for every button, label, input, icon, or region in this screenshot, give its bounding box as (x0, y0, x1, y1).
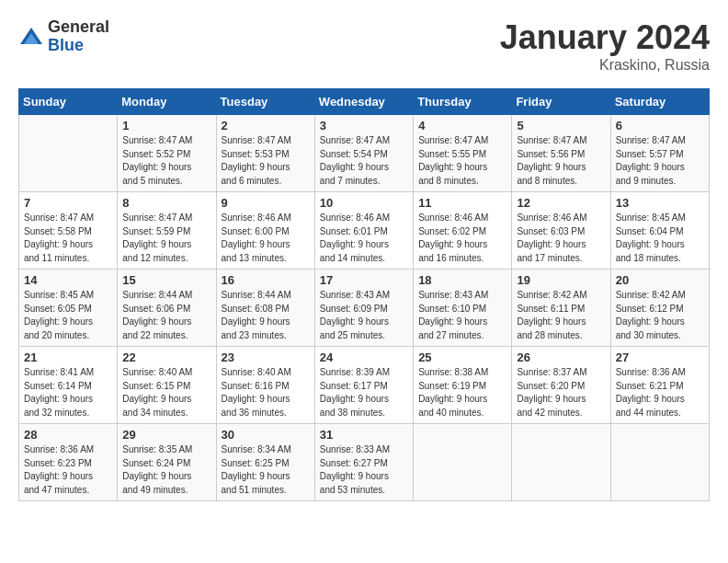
header-sunday: Sunday (19, 89, 118, 115)
day-info: Sunrise: 8:47 AMSunset: 5:59 PMDaylight:… (122, 212, 210, 265)
header-friday: Friday (512, 89, 610, 115)
day-number: 28 (24, 428, 112, 442)
day-info: Sunrise: 8:36 AMSunset: 6:23 PMDaylight:… (24, 443, 112, 497)
calendar-cell: 15Sunrise: 8:44 AMSunset: 6:06 PMDayligh… (118, 270, 216, 347)
header-monday: Monday (118, 89, 216, 115)
day-number: 9 (222, 196, 310, 210)
week-row-3: 14Sunrise: 8:45 AMSunset: 6:05 PMDayligh… (19, 270, 710, 347)
calendar-cell: 27Sunrise: 8:36 AMSunset: 6:21 PMDayligh… (610, 347, 709, 424)
day-number: 1 (122, 119, 210, 132)
day-info: Sunrise: 8:43 AMSunset: 6:09 PMDaylight:… (320, 289, 408, 342)
day-info: Sunrise: 8:39 AMSunset: 6:17 PMDaylight:… (320, 366, 408, 419)
day-number: 12 (517, 196, 605, 210)
calendar-cell: 24Sunrise: 8:39 AMSunset: 6:17 PMDayligh… (314, 347, 413, 424)
day-number: 21 (24, 350, 112, 364)
day-number: 30 (222, 428, 310, 442)
week-row-5: 28Sunrise: 8:36 AMSunset: 6:23 PMDayligh… (19, 424, 710, 501)
day-number: 2 (222, 119, 310, 132)
calendar-cell: 25Sunrise: 8:38 AMSunset: 6:19 PMDayligh… (414, 347, 512, 424)
calendar-cell: 18Sunrise: 8:43 AMSunset: 6:10 PMDayligh… (414, 270, 512, 347)
page-header: General Blue January 2024 Kraskino, Russ… (18, 18, 710, 74)
calendar-cell: 16Sunrise: 8:44 AMSunset: 6:08 PMDayligh… (216, 270, 314, 347)
day-info: Sunrise: 8:38 AMSunset: 6:19 PMDaylight:… (418, 366, 506, 419)
day-number: 5 (517, 119, 605, 132)
day-number: 19 (517, 273, 605, 287)
day-number: 11 (418, 196, 506, 210)
day-number: 25 (418, 350, 506, 364)
day-number: 29 (122, 428, 210, 442)
day-info: Sunrise: 8:34 AMSunset: 6:25 PMDaylight:… (222, 443, 310, 497)
day-info: Sunrise: 8:47 AMSunset: 5:54 PMDaylight:… (320, 134, 408, 188)
calendar-cell: 23Sunrise: 8:40 AMSunset: 6:16 PMDayligh… (216, 347, 314, 424)
day-info: Sunrise: 8:46 AMSunset: 6:01 PMDaylight:… (320, 212, 408, 265)
logo: General Blue (18, 18, 109, 55)
calendar-cell: 7Sunrise: 8:47 AMSunset: 5:58 PMDaylight… (19, 192, 118, 270)
calendar-cell: 26Sunrise: 8:37 AMSunset: 6:20 PMDayligh… (512, 347, 610, 424)
calendar-cell: 9Sunrise: 8:46 AMSunset: 6:00 PMDaylight… (216, 192, 314, 270)
logo-general: General (48, 18, 109, 37)
calendar-cell: 30Sunrise: 8:34 AMSunset: 6:25 PMDayligh… (216, 424, 314, 501)
day-info: Sunrise: 8:47 AMSunset: 5:57 PMDaylight:… (616, 134, 704, 188)
day-info: Sunrise: 8:47 AMSunset: 5:52 PMDaylight:… (122, 134, 210, 188)
day-info: Sunrise: 8:33 AMSunset: 6:27 PMDaylight:… (320, 443, 408, 497)
calendar-cell: 8Sunrise: 8:47 AMSunset: 5:59 PMDaylight… (118, 192, 216, 270)
day-number: 3 (320, 119, 408, 132)
calendar-cell: 28Sunrise: 8:36 AMSunset: 6:23 PMDayligh… (19, 424, 118, 501)
calendar-cell: 13Sunrise: 8:45 AMSunset: 6:04 PMDayligh… (610, 192, 709, 270)
calendar-cell (512, 424, 610, 501)
day-info: Sunrise: 8:36 AMSunset: 6:21 PMDaylight:… (616, 366, 704, 419)
logo-blue: Blue (48, 37, 109, 55)
day-info: Sunrise: 8:42 AMSunset: 6:11 PMDaylight:… (517, 289, 605, 342)
day-info: Sunrise: 8:46 AMSunset: 6:00 PMDaylight:… (222, 212, 310, 265)
day-number: 14 (24, 273, 112, 287)
day-info: Sunrise: 8:45 AMSunset: 6:05 PMDaylight:… (24, 289, 112, 342)
calendar-cell: 5Sunrise: 8:47 AMSunset: 5:56 PMDaylight… (512, 115, 610, 192)
day-number: 16 (222, 273, 310, 287)
day-number: 31 (320, 428, 408, 442)
week-row-1: 1Sunrise: 8:47 AMSunset: 5:52 PMDaylight… (19, 115, 710, 192)
calendar-cell: 21Sunrise: 8:41 AMSunset: 6:14 PMDayligh… (19, 347, 118, 424)
day-number: 7 (24, 196, 112, 210)
day-info: Sunrise: 8:40 AMSunset: 6:15 PMDaylight:… (122, 366, 210, 419)
week-row-4: 21Sunrise: 8:41 AMSunset: 6:14 PMDayligh… (19, 347, 710, 424)
calendar-title: January 2024 (500, 18, 710, 57)
day-number: 8 (122, 196, 210, 210)
day-number: 4 (418, 119, 506, 132)
day-number: 15 (122, 273, 210, 287)
day-info: Sunrise: 8:41 AMSunset: 6:14 PMDaylight:… (24, 366, 112, 419)
calendar-cell: 29Sunrise: 8:35 AMSunset: 6:24 PMDayligh… (118, 424, 216, 501)
calendar-table: SundayMondayTuesdayWednesdayThursdayFrid… (18, 88, 710, 501)
calendar-cell: 2Sunrise: 8:47 AMSunset: 5:53 PMDaylight… (216, 115, 314, 192)
day-number: 26 (517, 350, 605, 364)
day-info: Sunrise: 8:43 AMSunset: 6:10 PMDaylight:… (418, 289, 506, 342)
day-info: Sunrise: 8:47 AMSunset: 5:58 PMDaylight:… (24, 212, 112, 265)
day-info: Sunrise: 8:44 AMSunset: 6:08 PMDaylight:… (222, 289, 310, 342)
logo-icon (18, 24, 44, 50)
day-info: Sunrise: 8:40 AMSunset: 6:16 PMDaylight:… (222, 366, 310, 419)
calendar-cell: 31Sunrise: 8:33 AMSunset: 6:27 PMDayligh… (314, 424, 413, 501)
day-number: 22 (122, 350, 210, 364)
calendar-cell: 6Sunrise: 8:47 AMSunset: 5:57 PMDaylight… (610, 115, 709, 192)
day-info: Sunrise: 8:35 AMSunset: 6:24 PMDaylight:… (122, 443, 210, 497)
calendar-cell: 17Sunrise: 8:43 AMSunset: 6:09 PMDayligh… (314, 270, 413, 347)
header-saturday: Saturday (610, 89, 709, 115)
day-info: Sunrise: 8:47 AMSunset: 5:53 PMDaylight:… (222, 134, 310, 188)
day-number: 24 (320, 350, 408, 364)
calendar-cell (610, 424, 709, 501)
calendar-cell: 1Sunrise: 8:47 AMSunset: 5:52 PMDaylight… (118, 115, 216, 192)
calendar-cell: 19Sunrise: 8:42 AMSunset: 6:11 PMDayligh… (512, 270, 610, 347)
calendar-cell (19, 115, 118, 192)
calendar-cell: 12Sunrise: 8:46 AMSunset: 6:03 PMDayligh… (512, 192, 610, 270)
day-info: Sunrise: 8:42 AMSunset: 6:12 PMDaylight:… (616, 289, 704, 342)
day-number: 10 (320, 196, 408, 210)
day-info: Sunrise: 8:45 AMSunset: 6:04 PMDaylight:… (616, 212, 704, 265)
calendar-cell: 4Sunrise: 8:47 AMSunset: 5:55 PMDaylight… (414, 115, 512, 192)
day-number: 20 (616, 273, 704, 287)
day-info: Sunrise: 8:46 AMSunset: 6:03 PMDaylight:… (517, 212, 605, 265)
day-number: 13 (616, 196, 704, 210)
week-row-2: 7Sunrise: 8:47 AMSunset: 5:58 PMDaylight… (19, 192, 710, 270)
day-info: Sunrise: 8:44 AMSunset: 6:06 PMDaylight:… (122, 289, 210, 342)
day-info: Sunrise: 8:47 AMSunset: 5:56 PMDaylight:… (517, 134, 605, 188)
day-number: 17 (320, 273, 408, 287)
day-info: Sunrise: 8:46 AMSunset: 6:02 PMDaylight:… (418, 212, 506, 265)
